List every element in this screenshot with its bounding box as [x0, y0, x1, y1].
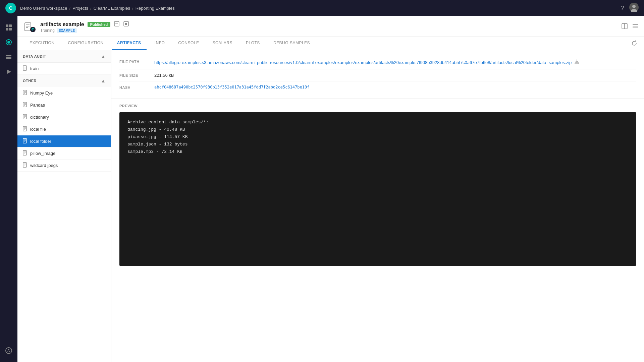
artifact-item-label-pillow-image: pillow_image [30, 151, 55, 156]
tab-execution[interactable]: EXECUTION [24, 37, 60, 50]
file-icon-pandas [23, 102, 28, 108]
section-items-other: Numpy Eye Pandas dictionary [17, 87, 111, 172]
section-chevron-data-audit: ▲ [101, 54, 106, 59]
svg-marker-12 [7, 69, 11, 74]
svg-point-14 [8, 349, 9, 350]
body-split: DATA AUDIT ▲ train OTHER ▲ [17, 50, 644, 362]
preview-line-3: picasso.jpg - 114.57 KB [127, 133, 628, 141]
sidebar-item-dashboard[interactable] [3, 21, 15, 34]
app-logo[interactable]: C [5, 3, 16, 13]
artifact-item-local-folder[interactable]: local folder [17, 135, 111, 147]
panel-view-icon[interactable] [621, 23, 628, 31]
section-chevron-other: ▲ [101, 78, 106, 83]
task-title: artifacts example [40, 21, 84, 27]
artifact-item-label-local-folder: local folder [30, 139, 51, 144]
detail-row-hash: HASH abcf048687a490bc2570f930b13f352e017… [119, 81, 636, 93]
tab-artifacts[interactable]: ARTIFACTS [112, 37, 147, 50]
svg-rect-3 [6, 24, 8, 27]
breadcrumb-reporting-examples[interactable]: Reporting Examples [136, 6, 175, 11]
help-icon[interactable]: ? [621, 5, 624, 12]
sidebar-bottom [3, 345, 15, 362]
user-avatar[interactable] [629, 3, 639, 14]
preview-section: PREVIEW Archive content data_samples/*: … [111, 99, 644, 272]
more-options-icon[interactable] [632, 23, 639, 31]
content-area: artifacts example Published Training EXA… [17, 16, 644, 362]
tab-console[interactable]: CONSOLE [173, 37, 204, 50]
tab-debug-samples[interactable]: DEBUG SAMPLES [268, 37, 315, 50]
file-path-label: FILE PATH [119, 59, 146, 64]
artifact-item-label-local-file: local file [30, 127, 46, 132]
svg-rect-6 [9, 28, 12, 31]
tab-configuration[interactable]: CONFIGURATION [63, 37, 109, 50]
navbar-right: ? [621, 3, 639, 14]
svg-point-13 [6, 348, 12, 354]
section-header-data-audit[interactable]: DATA AUDIT ▲ [17, 50, 111, 63]
file-icon-pillow-image [23, 150, 28, 157]
task-action-icon-2[interactable] [123, 21, 129, 28]
main-layout: artifacts example Published Training EXA… [0, 16, 644, 362]
task-example-badge: EXAMPLE [57, 28, 77, 33]
file-size-value: 221.56 kB [154, 73, 636, 78]
file-icon-wildcard-jpegs [23, 162, 28, 169]
svg-point-8 [7, 41, 10, 44]
svg-rect-5 [6, 28, 8, 31]
tab-bar: EXECUTION CONFIGURATION ARTIFACTS INFO C… [17, 37, 644, 50]
task-type-label: Training [40, 28, 55, 33]
artifact-item-train[interactable]: train [17, 63, 111, 75]
file-icon-local-file [23, 126, 28, 132]
sidebar-item-experiments[interactable] [3, 36, 15, 48]
file-path-value: https://allegro-examples.s3.amazonaws.co… [154, 59, 636, 66]
tab-plots[interactable]: PLOTS [240, 37, 265, 50]
detail-row-filepath: FILE PATH https://allegro-examples.s3.am… [119, 56, 636, 69]
artifact-item-label-dictionary: dictionary [30, 115, 49, 120]
task-action-icon-1[interactable] [114, 21, 120, 28]
svg-rect-15 [25, 23, 31, 31]
artifact-item-pillow-image[interactable]: pillow_image [17, 147, 111, 160]
svg-rect-11 [6, 58, 11, 59]
section-label-other: OTHER [23, 79, 37, 83]
section-header-other[interactable]: OTHER ▲ [17, 75, 111, 87]
task-info: artifacts example Published Training EXA… [40, 21, 129, 33]
tab-refresh-button[interactable] [631, 37, 637, 50]
artifact-item-label-numpy-eye: Numpy Eye [30, 90, 53, 96]
breadcrumb-clearml-examples[interactable]: ClearML Examples [94, 6, 130, 11]
breadcrumb-workspace[interactable]: Demo User's workspace [20, 6, 67, 11]
download-icon[interactable] [574, 59, 580, 66]
artifact-item-numpy-eye[interactable]: Numpy Eye [17, 87, 111, 99]
artifact-item-pandas[interactable]: Pandas [17, 99, 111, 111]
artifact-item-label-pandas: Pandas [30, 103, 45, 108]
svg-rect-4 [9, 24, 12, 27]
sidebar-item-models[interactable] [3, 51, 15, 63]
artifact-detail-panel: FILE PATH https://allegro-examples.s3.am… [111, 50, 644, 362]
sidebar-item-pipelines[interactable] [3, 66, 15, 78]
breadcrumb-projects[interactable]: Projects [72, 6, 88, 11]
file-icon-dictionary [23, 114, 28, 120]
tab-info[interactable]: INFO [149, 37, 170, 50]
hash-label: HASH [119, 85, 146, 89]
section-label-data-audit: DATA AUDIT [23, 54, 46, 58]
svg-point-1 [632, 5, 636, 8]
detail-row-filesize: FILE SIZE 221.56 kB [119, 69, 636, 81]
hash-value: abcf048687a490bc2570f930b13f352e017a31a4… [154, 85, 636, 89]
task-status-badge: Published [88, 22, 111, 27]
file-icon-train [23, 65, 28, 72]
tab-scalars[interactable]: SCALARS [207, 37, 238, 50]
svg-rect-60 [575, 63, 579, 64]
file-icon-local-folder [23, 138, 28, 144]
svg-rect-9 [6, 55, 11, 56]
artifact-list-panel: DATA AUDIT ▲ train OTHER ▲ [17, 50, 111, 362]
sidebar-item-github[interactable] [3, 345, 15, 357]
breadcrumb: Demo User's workspace / Projects / Clear… [20, 6, 175, 11]
preview-line-5: sample.mp3 - 72.14 KB [127, 148, 628, 156]
artifact-item-wildcard-jpegs[interactable]: wildcard jpegs [17, 160, 111, 172]
preview-line-2: dancing.jpg - 40.48 KB [127, 126, 628, 133]
preview-line-1: Archive content data_samples/*: [127, 119, 628, 126]
artifact-item-local-file[interactable]: local file [17, 123, 111, 135]
svg-rect-10 [6, 57, 11, 58]
preview-content: Archive content data_samples/*: dancing.… [119, 112, 636, 266]
task-header: artifacts example Published Training EXA… [17, 16, 644, 37]
navbar: C Demo User's workspace / Projects / Cle… [0, 0, 644, 16]
artifact-item-dictionary[interactable]: dictionary [17, 111, 111, 123]
detail-section-meta: FILE PATH https://allegro-examples.s3.am… [111, 50, 644, 99]
icon-sidebar [0, 16, 17, 362]
